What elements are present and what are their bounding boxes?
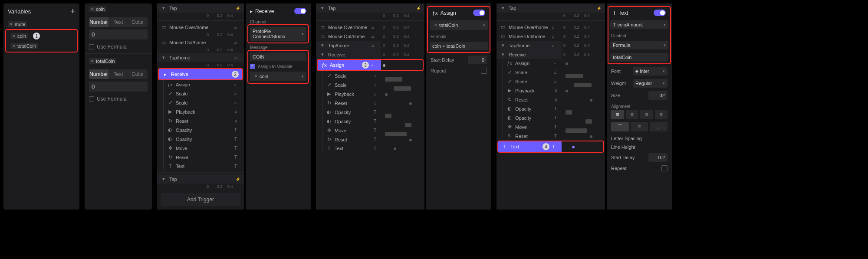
- action-text[interactable]: TTextT: [322, 144, 383, 153]
- action-scale[interactable]: ⤢Scale⌂: [503, 77, 564, 86]
- action-scale[interactable]: ⤢Scale⌂: [503, 68, 564, 77]
- font-select[interactable]: ◆Inter▾: [633, 67, 667, 75]
- variables-title: Variables: [8, 8, 31, 15]
- align-left-button[interactable]: ≡: [611, 110, 624, 119]
- bolt-icon: ⚡: [236, 177, 240, 181]
- repeat-checkbox[interactable]: [661, 165, 667, 171]
- size-label: Size: [611, 93, 620, 98]
- start-delay-input[interactable]: [648, 153, 667, 162]
- action-opacity[interactable]: ◐OpacityT: [164, 125, 244, 134]
- trigger-mouseover[interactable]: ▭ Mouse Over/home ⌂: [316, 23, 381, 32]
- size-input[interactable]: [648, 91, 667, 100]
- action-playback[interactable]: ▶Playback♫: [322, 89, 383, 98]
- channel-select[interactable]: ProtoPie Connect/Studio▾: [250, 27, 306, 41]
- align-center-button[interactable]: ≡: [626, 110, 639, 119]
- message-input[interactable]: [250, 52, 306, 61]
- trigger-tap-2[interactable]: ▾ Tap ⚡: [157, 174, 244, 184]
- variable-totalcoin[interactable]: ✕totalCoin: [6, 41, 77, 51]
- action-text[interactable]: TTextT: [164, 162, 244, 170]
- trigger-tap[interactable]: ▾ Tap ⚡: [157, 3, 244, 13]
- action-assign[interactable]: ƒxAssign▫: [164, 80, 244, 89]
- variable-mute[interactable]: ✕mute: [3, 20, 79, 29]
- content-input[interactable]: [610, 53, 668, 62]
- action-opacity[interactable]: ◐OpacityT: [503, 113, 564, 122]
- action-opacity[interactable]: ◐OpacityT: [164, 134, 244, 144]
- action-assign[interactable]: ƒxAssign▫: [503, 59, 564, 68]
- weight-select[interactable]: Regular▾: [633, 79, 667, 88]
- action-reset[interactable]: ↻ResetT: [164, 153, 244, 162]
- action-move[interactable]: ✥MoveT: [322, 126, 383, 135]
- target-select[interactable]: ✕totalCoin▾: [430, 20, 488, 30]
- channel-label: Channel: [246, 17, 311, 25]
- trigger-taphome[interactable]: ▾ Tap/home ⌂: [157, 53, 244, 62]
- variable-coin[interactable]: ✕coin 1: [6, 31, 77, 41]
- assign-var-row[interactable]: Assign to Variable: [248, 63, 308, 70]
- action-scale[interactable]: ⤢Scale⌂: [164, 89, 244, 98]
- add-variable-button[interactable]: +: [70, 7, 75, 16]
- enable-toggle[interactable]: [473, 10, 485, 16]
- value-input[interactable]: [89, 30, 148, 39]
- trigger-receive[interactable]: ▾ Receive: [316, 50, 381, 59]
- action-reset[interactable]: ↻Reset♫: [164, 116, 244, 125]
- action-reset[interactable]: ↻ResetT: [322, 135, 383, 144]
- trigger-mouseover[interactable]: ▭Mouse Over/home⌂: [496, 23, 562, 32]
- action-move[interactable]: ✥MoveT: [503, 122, 564, 131]
- valign-middle-button[interactable]: ≡: [631, 122, 648, 131]
- trigger-mouseover[interactable]: ▭ Mouse Over/home ⌂: [157, 23, 244, 32]
- var-type-icon: ✕: [12, 34, 16, 38]
- action-scale[interactable]: ⤢Scale⌂: [322, 80, 383, 89]
- tab-text[interactable]: Text: [108, 69, 128, 79]
- scale-icon: ⤢: [167, 91, 173, 96]
- trigger-taphome[interactable]: ▾Tap/home⌂: [496, 41, 562, 50]
- inspector-title: ƒxAssign: [432, 10, 456, 16]
- align-justify-button[interactable]: ≡: [655, 110, 668, 119]
- type-tabs-2[interactable]: Number Text Color: [89, 69, 148, 79]
- trigger-mouseout[interactable]: ▭ Mouse Out/home ⌂: [316, 32, 381, 41]
- action-playback[interactable]: ▶Playback♫: [164, 107, 244, 116]
- action-playback[interactable]: ▶Playback♫: [503, 86, 564, 95]
- letter-spacing-label: Letter Spacing: [611, 136, 642, 141]
- align-right-button[interactable]: ≡: [640, 110, 653, 119]
- formula-input[interactable]: [430, 42, 488, 50]
- tab-number[interactable]: Number: [89, 69, 108, 79]
- action-opacity[interactable]: ◐OpacityT: [322, 117, 383, 126]
- tab-color[interactable]: Color: [128, 17, 148, 27]
- enable-toggle[interactable]: [294, 8, 306, 14]
- add-trigger-button[interactable]: Add Trigger: [161, 193, 240, 206]
- tab-color[interactable]: Color: [128, 69, 148, 79]
- trigger-mouseout[interactable]: ▭ Mouse Out/home ⌂: [157, 38, 244, 47]
- content-type-select[interactable]: Formula▾: [610, 41, 668, 49]
- tab-text[interactable]: Text: [108, 17, 128, 27]
- action-scale[interactable]: ⤢Scale⌂: [322, 71, 383, 80]
- value-input-2[interactable]: [89, 82, 148, 92]
- variable-select[interactable]: ✕coin▾: [250, 72, 306, 81]
- action-reset[interactable]: ↻Reset♫: [503, 95, 564, 104]
- action-assign-selected[interactable]: ƒx Assign 3 ▫: [318, 60, 381, 70]
- action-text-selected[interactable]: T Text 4 T: [498, 141, 562, 152]
- trigger-tap[interactable]: ▾ Tap ⚡: [316, 3, 424, 13]
- valign-top-button[interactable]: ⎴: [611, 122, 629, 131]
- repeat-checkbox[interactable]: [481, 68, 487, 74]
- action-scale[interactable]: ⤢Scale⌂: [164, 98, 244, 107]
- move-icon: ✥: [167, 145, 173, 151]
- trigger-tap[interactable]: ▾Tap⚡: [496, 3, 605, 13]
- use-formula-row[interactable]: Use Formula: [85, 42, 152, 52]
- action-opacity[interactable]: ◐OpacityT: [322, 108, 383, 117]
- trigger-mouseout[interactable]: ▭Mouse Out/home⌂: [496, 32, 562, 41]
- use-formula-row-2[interactable]: Use Formula: [85, 94, 152, 104]
- trigger-receive[interactable]: ▾Receive: [496, 50, 562, 59]
- assign-var-label: Assign to Variable: [258, 64, 293, 69]
- enable-toggle[interactable]: [654, 10, 666, 16]
- type-tabs[interactable]: Number Text Color: [89, 17, 148, 27]
- action-move[interactable]: ✥MoveT: [164, 144, 244, 153]
- valign-bottom-button[interactable]: ⎵: [650, 122, 667, 131]
- tab-number[interactable]: Number: [89, 17, 108, 27]
- trigger-taphome[interactable]: ▾ Tap/home ⌂: [316, 41, 381, 50]
- action-opacity[interactable]: ◐OpacityT: [503, 104, 564, 113]
- action-reset[interactable]: ↻ResetT: [503, 131, 564, 141]
- text-icon: T: [167, 164, 173, 169]
- target-select[interactable]: TcoinAmount▾: [610, 20, 668, 29]
- action-reset[interactable]: ↻Reset♫: [322, 98, 383, 108]
- trigger-receive-selected[interactable]: ▸ Receive 2: [159, 69, 242, 79]
- start-delay-input[interactable]: [468, 56, 487, 64]
